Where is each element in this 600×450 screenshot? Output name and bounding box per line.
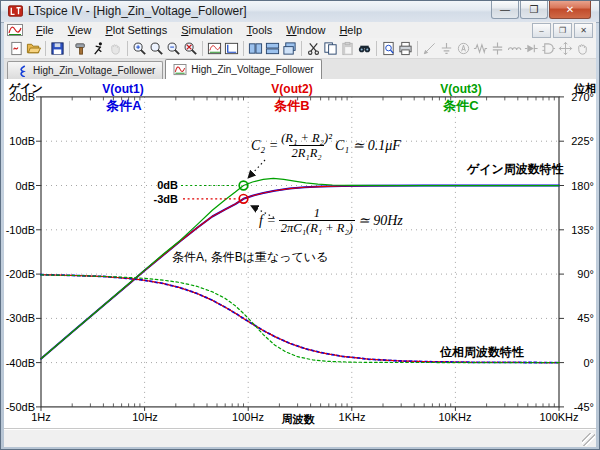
plot-settings-icon[interactable] — [223, 40, 240, 57]
capacitor-icon — [489, 40, 506, 57]
find-icon[interactable] — [356, 40, 373, 57]
menu-bar: FileViewPlot SettingsSimulationToolsWind… — [4, 22, 596, 39]
menu-help[interactable]: Help — [332, 23, 369, 37]
drag-icon — [574, 40, 591, 57]
save-icon[interactable] — [49, 40, 66, 57]
toolbar-separator — [69, 41, 70, 56]
zoom-out-icon[interactable] — [165, 40, 182, 57]
title-bar[interactable]: LTspice IV - [High_Zin_Voltage_Follower]… — [1, 0, 599, 23]
toolbar-separator — [202, 41, 203, 56]
resistor-icon — [472, 40, 489, 57]
toolbar-separator — [127, 41, 128, 56]
window-title: LTspice IV - [High_Zin_Voltage_Follower] — [28, 4, 247, 18]
ltspice-logo-icon — [8, 5, 23, 17]
waveform-system-icon[interactable] — [7, 24, 23, 36]
toolbar-separator — [243, 41, 244, 56]
component-icon — [540, 40, 557, 57]
new-plot-icon[interactable] — [8, 40, 25, 57]
menu-simulation[interactable]: Simulation — [174, 23, 239, 37]
child-minimize-button[interactable]: – — [532, 23, 551, 38]
inductor-icon — [506, 40, 523, 57]
minimize-button[interactable]: — — [491, 0, 519, 19]
control-panel-icon[interactable] — [73, 40, 90, 57]
menu-view[interactable]: View — [61, 23, 99, 37]
diode-icon — [523, 40, 540, 57]
zoom-area-icon[interactable] — [148, 40, 165, 57]
toolbar-separator — [301, 41, 302, 56]
cut-icon[interactable] — [305, 40, 322, 57]
cascade-icon[interactable] — [281, 40, 298, 57]
wire-icon — [421, 40, 438, 57]
print-icon[interactable] — [397, 40, 414, 57]
tab-2-active[interactable]: High_Zin_Voltage_Follower — [165, 59, 321, 79]
resize-grip[interactable] — [582, 433, 595, 446]
ground-icon — [438, 40, 455, 57]
menu-items: FileViewPlot SettingsSimulationToolsWind… — [29, 23, 369, 37]
restore-button[interactable]: ❐ — [520, 0, 548, 19]
close-button[interactable]: ✕ — [549, 0, 591, 19]
toolbar-separator — [376, 41, 377, 56]
label-net-icon — [455, 40, 472, 57]
tile-vertical-icon[interactable] — [247, 40, 264, 57]
menu-window[interactable]: Window — [279, 23, 332, 37]
autorange-icon[interactable] — [206, 40, 223, 57]
toolbar — [4, 38, 596, 59]
tile-horizontal-icon[interactable] — [264, 40, 281, 57]
waveform-icon — [173, 64, 187, 76]
open-icon[interactable] — [25, 40, 42, 57]
status-bar — [4, 428, 596, 447]
waveform-pane[interactable] — [4, 79, 596, 428]
run-icon[interactable] — [90, 40, 107, 57]
zoom-full-icon[interactable] — [182, 40, 199, 57]
menu-file[interactable]: File — [29, 23, 61, 37]
menu-plot-settings[interactable]: Plot Settings — [98, 23, 174, 37]
print-preview-icon[interactable] — [380, 40, 397, 57]
tab-1[interactable]: High_Zin_Voltage_Follower — [7, 61, 163, 79]
menu-tools[interactable]: Tools — [240, 23, 280, 37]
tab-label: High_Zin_Voltage_Follower — [33, 65, 155, 76]
zoom-in-icon[interactable] — [131, 40, 148, 57]
tab-label: High_Zin_Voltage_Follower — [191, 64, 313, 75]
child-close-button[interactable]: ✕ — [574, 23, 593, 38]
child-restore-button[interactable]: ❐ — [553, 23, 572, 38]
paste-icon — [339, 40, 356, 57]
tab-bar: High_Zin_Voltage_FollowerHigh_Zin_Voltag… — [4, 59, 596, 79]
move-icon — [557, 40, 574, 57]
toolbar-separator — [45, 41, 46, 56]
schematic-icon — [15, 65, 29, 77]
halt-icon — [107, 40, 124, 57]
toolbar-separator — [417, 41, 418, 56]
copy-icon[interactable] — [322, 40, 339, 57]
